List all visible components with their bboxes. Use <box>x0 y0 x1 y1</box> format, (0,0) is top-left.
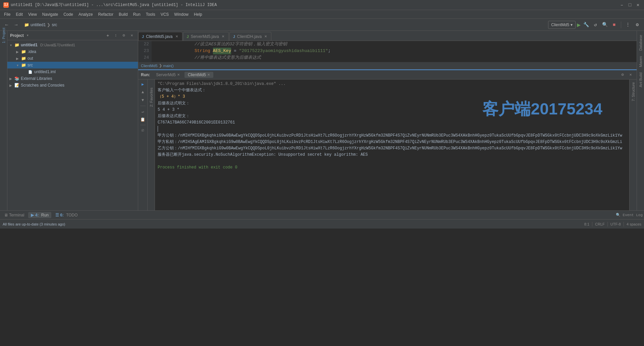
reload-button[interactable]: ↺ <box>591 21 599 29</box>
maximize-button[interactable]: □ <box>627 2 633 8</box>
run-hide-button[interactable]: ✕ <box>627 71 634 78</box>
java-icon-clientmd5: J <box>142 35 144 39</box>
close-run-tab-servermd5[interactable]: ✕ <box>177 73 180 77</box>
right-sidebar: Database Maven Ant Build <box>637 31 644 210</box>
run-button[interactable]: ▶ <box>577 21 581 29</box>
tab-servermd5[interactable]: J ServerMd5.java ✕ <box>183 32 229 41</box>
menu-run[interactable]: Run <box>130 11 143 17</box>
close-tab-servermd5[interactable]: ✕ <box>221 35 225 39</box>
code-line-24: //将中缀表达式变形为后缀表达式 <box>154 54 634 61</box>
tab-clientdh[interactable]: J ClientDH.java ✕ <box>229 32 271 41</box>
build-button[interactable]: 🔧 <box>582 21 590 29</box>
print-button[interactable]: 📋 <box>140 116 146 123</box>
menu-refactor[interactable]: Refactor <box>96 11 116 17</box>
out-folder-icon: 📁 <box>21 56 26 61</box>
menu-navigate[interactable]: Navigate <box>40 11 61 17</box>
indent-setting[interactable]: 4 spaces <box>627 222 641 226</box>
todo-tab[interactable]: ☰ 6: TODO <box>53 212 80 218</box>
menu-view[interactable]: View <box>25 11 40 17</box>
tree-item-root[interactable]: ▾ 📁 untitled1 D:\Java练习\untitled1 <box>7 42 138 48</box>
todo-tab-label: TODO <box>66 213 77 217</box>
project-layout-button[interactable]: ⋮ <box>624 21 632 29</box>
menu-vcs[interactable]: VCS <box>158 11 172 17</box>
tree-item-iml[interactable]: 📄 untitled1.iml <box>7 68 138 75</box>
event-log-link[interactable]: 🔍 Event Log <box>616 213 643 217</box>
menu-build[interactable]: Build <box>116 11 130 17</box>
cursor-position[interactable]: 8:1 <box>584 222 589 226</box>
src-folder-icon: 📁 <box>21 62 26 68</box>
maven-tab[interactable]: Maven <box>637 53 644 70</box>
menu-help[interactable]: Help <box>191 11 205 17</box>
structure-tab[interactable]: 7: Structure <box>630 81 637 103</box>
console-content: ▶ ▲ ▼ ↵ 📋 ⎚ 2: Favorites "C:\Program Fil… <box>138 80 637 210</box>
close-run-tab-clientmd5[interactable]: ✕ <box>207 73 210 77</box>
ant-build-tab[interactable]: Ant Build <box>637 70 644 90</box>
run-again-button[interactable]: ▶ <box>140 81 146 88</box>
panel-dropdown-icon[interactable]: ▾ <box>26 33 29 38</box>
editor-area: J ClientMd5.java ✕ J ServerMd5.java ✕ J … <box>138 31 637 210</box>
collapse-all-button[interactable]: ↕ <box>112 32 119 39</box>
tree-item-src[interactable]: ▾ 📁 src <box>7 62 138 68</box>
add-panel-button[interactable]: ✚ <box>104 32 111 39</box>
console-output[interactable]: "C:\Program Files\Java\jdk1.8.0_201\bin\… <box>155 80 629 210</box>
project-panel-header: Project ▾ ✚ ↕ ⚙ ✕ <box>7 31 138 40</box>
code-content[interactable]: //设立AES算法的32字符密钥，输入密文与密钥 String AES_Key … <box>152 41 637 62</box>
menu-window[interactable]: Window <box>171 11 191 17</box>
stop-button[interactable]: ■ <box>610 21 618 29</box>
menu-code[interactable]: Code <box>61 11 76 17</box>
console-line-5: 后缀表达式密文： <box>158 113 627 119</box>
line-ending[interactable]: CRLF <box>595 222 605 226</box>
tree-label-scratches: Scratches and Consoles <box>21 83 64 88</box>
tree-arrow-out: ▶ <box>15 57 19 60</box>
wrap-button[interactable]: ↵ <box>140 108 146 115</box>
terminal-tab-label: 🖥 Terminal <box>4 213 24 217</box>
tree-label-root: untitled1 <box>21 43 38 47</box>
close-tab-clientmd5[interactable]: ✕ <box>175 35 179 39</box>
console-line-cursor <box>158 126 160 132</box>
close-tab-clientdh[interactable]: ✕ <box>264 35 268 39</box>
database-tab[interactable]: Database <box>637 32 644 53</box>
run-tab-clientmd5[interactable]: ClientMd5 ✕ <box>184 72 213 78</box>
search-button[interactable]: 🔍 <box>601 21 609 29</box>
settings-button[interactable]: ⚙ <box>633 21 641 29</box>
menu-analyze[interactable]: Analyze <box>76 11 96 17</box>
encoding[interactable]: UTF-8 <box>610 222 621 226</box>
tree-item-out[interactable]: ▶ 📁 out <box>7 55 138 62</box>
menu-tools[interactable]: Tools <box>143 11 158 17</box>
tree-label-external: External Libraries <box>21 76 52 81</box>
bc-clientmd5[interactable]: ClientMd5 <box>141 64 158 68</box>
tab-clientmd5[interactable]: J ClientMd5.java ✕ <box>138 32 182 41</box>
favorites-tab[interactable]: 2: Favorites <box>148 86 155 108</box>
breadcrumb-bar: ClientMd5 ❯ main() <box>138 62 637 69</box>
forward-button[interactable]: → <box>12 21 20 29</box>
tree-item-scratches[interactable]: ▶ 📝 Scratches and Consoles <box>7 82 138 89</box>
console-line-0: "C:\Program Files\Java\jdk1.8.0_201\bin\… <box>158 81 627 87</box>
project-tab[interactable]: 1: Project <box>0 32 7 39</box>
status-bar: All files are up-to-date (3 minutes ago)… <box>0 219 644 229</box>
tree-item-idea[interactable]: ▶ 📁 .idea <box>7 48 138 55</box>
bc-main[interactable]: main() <box>163 64 174 68</box>
tree-item-external[interactable]: ▶ 📚 External Libraries <box>7 75 138 82</box>
minimize-button[interactable]: – <box>619 2 625 8</box>
project-tree: ▾ 📁 untitled1 D:\Java练习\untitled1 ▶ 📁 .i… <box>7 40 138 210</box>
close-button[interactable]: ✕ <box>635 2 641 8</box>
line-num-22: 22 <box>141 41 149 48</box>
scroll-up-button[interactable]: ▲ <box>140 89 146 96</box>
run-tab-clientmd5-label: ClientMd5 <box>188 72 206 77</box>
run-tab-servermd5[interactable]: ServerMd5 ✕ <box>153 72 183 78</box>
tree-label-src: src <box>28 63 33 67</box>
run-settings-button[interactable]: ⚙ <box>619 71 626 78</box>
gear-panel-button[interactable]: ⚙ <box>120 32 127 39</box>
hide-panel-button[interactable]: ✕ <box>128 32 135 39</box>
run-tab[interactable]: ▶ 4: Run <box>28 212 51 218</box>
breadcrumb-project[interactable]: 📁 <box>24 22 29 27</box>
clear-button[interactable]: ⎚ <box>140 127 146 134</box>
menu-file[interactable]: File <box>1 11 13 17</box>
terminal-tab[interactable]: 🖥 Terminal <box>1 212 27 218</box>
console-left-tabs: 2: Favorites <box>148 80 155 210</box>
code-editor[interactable]: 22 23 24 25 26 27 28 29 30 31 //设立AES算法的… <box>138 41 637 62</box>
toolbar-breadcrumb: 📁 untitled1 ❯ src <box>24 22 57 27</box>
scroll-down-button[interactable]: ▼ <box>140 97 146 104</box>
menu-edit[interactable]: Edit <box>13 11 25 17</box>
run-config-dropdown[interactable]: ClientMd5 ▾ <box>548 21 576 29</box>
